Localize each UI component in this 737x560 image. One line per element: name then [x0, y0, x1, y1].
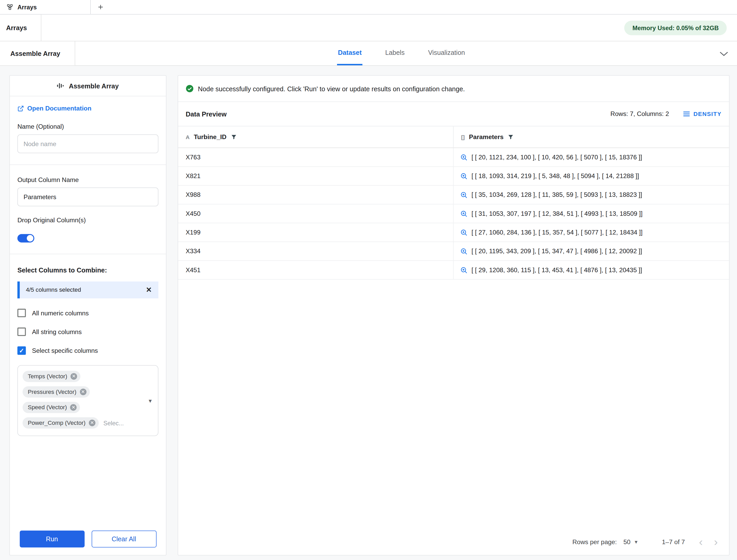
parameters-value: [ [ 27, 1060, 284, 136 ], [ 15, 357, 54 … [471, 229, 643, 236]
zoom-in-icon[interactable] [460, 153, 468, 161]
clear-all-button[interactable]: Clear All [92, 531, 156, 548]
divider [10, 165, 166, 165]
chevron-right-icon[interactable]: › [708, 536, 723, 547]
view-tabs: Dataset Labels Visualization [94, 41, 709, 65]
memory-badge: Memory Used: 0.05% of 32GB [624, 21, 727, 35]
run-button[interactable]: Run [20, 531, 84, 548]
checkbox[interactable]: ✓ [17, 346, 26, 355]
app-window: Arrays Arrays Memory Used: 0.05% of 32GB… [0, 0, 737, 560]
parameters-cell: [ [ 35, 1034, 269, 128 ], [ 11, 385, 59 … [454, 186, 729, 204]
chip-row: Temps (Vector) ✕ [23, 371, 144, 382]
table-row[interactable]: X988 [ [ 35, 1034, 269, 128 ], [ 11, 385… [178, 186, 729, 204]
chip-remove-icon[interactable]: ✕ [70, 404, 77, 411]
zoom-in-icon[interactable] [460, 266, 468, 274]
close-icon[interactable]: ✕ [144, 285, 154, 295]
parameters-value: [ [ 35, 1034, 269, 128 ], [ 11, 385, 59 … [471, 191, 642, 198]
select-columns-title: Select Columns to Combine: [17, 266, 158, 274]
column-multiselect[interactable]: Temps (Vector) ✕ Pressures (Vector) ✕ Sp… [17, 365, 158, 436]
chip-remove-icon[interactable]: ✕ [89, 420, 95, 426]
divider [10, 254, 166, 254]
turbine-id-cell: X988 [178, 186, 454, 204]
column-chip: Power_Comp (Vector) ✕ [23, 417, 99, 428]
filter-icon[interactable] [508, 134, 514, 140]
table-row[interactable]: X451 [ [ 29, 1208, 360, 115 ], [ 13, 453… [178, 261, 729, 279]
chip-remove-icon[interactable]: ✕ [70, 373, 77, 380]
browser-tab-arrays[interactable]: Arrays [0, 0, 91, 14]
open-documentation-label: Open Documentation [27, 105, 92, 112]
tab-dataset[interactable]: Dataset [337, 41, 363, 65]
preview-panel: Node successfully configured. Click 'Run… [178, 75, 729, 555]
chip-row: Power_Comp (Vector) ✕ Selec... [23, 417, 144, 428]
chip-row: Pressures (Vector) ✕ [23, 386, 144, 398]
workflow-icon [7, 4, 13, 10]
table-row[interactable]: X334 [ [ 20, 1195, 343, 209 ], [ 15, 347… [178, 242, 729, 261]
output-column-input[interactable] [17, 187, 158, 206]
zoom-in-icon[interactable] [460, 229, 468, 236]
zoom-in-icon[interactable] [460, 172, 468, 180]
option-all-numeric[interactable]: ✓ All numeric columns [17, 309, 158, 317]
caret-down-icon[interactable]: ▼ [148, 398, 153, 403]
array-type-icon: [] [461, 134, 465, 140]
drop-original-toggle[interactable] [17, 234, 34, 243]
name-field-label: Name (Optional) [17, 123, 158, 130]
plus-icon [97, 4, 104, 10]
parameters-cell: [ [ 29, 1208, 360, 115 ], [ 13, 453, 41 … [454, 261, 729, 279]
parameters-value: [ [ 20, 1195, 343, 209 ], [ 15, 347, 47 … [471, 248, 642, 255]
parameters-cell: [ [ 27, 1060, 284, 136 ], [ 15, 357, 54 … [454, 223, 729, 242]
column-name: Turbine_ID [194, 133, 227, 140]
rows-columns-summary: Rows: 7, Columns: 2 [610, 110, 669, 118]
density-icon [683, 111, 690, 117]
external-link-icon [17, 105, 24, 112]
multiselect-placeholder: Selec... [104, 419, 124, 426]
table-row[interactable]: X450 [ [ 31, 1053, 307, 197 ], [ 12, 384… [178, 204, 729, 223]
option-label: All string columns [32, 328, 82, 335]
open-documentation-link[interactable]: Open Documentation [17, 105, 158, 112]
table-row[interactable]: X199 [ [ 27, 1060, 284, 136 ], [ 15, 357… [178, 223, 729, 242]
checkbox[interactable]: ✓ [17, 328, 26, 336]
chip-label: Temps (Vector) [28, 373, 67, 380]
chip-row: Speed (Vector) ✕ [23, 402, 144, 413]
action-buttons: Run Clear All [17, 531, 158, 555]
column-chip: Pressures (Vector) ✕ [23, 386, 90, 398]
rows-per-page-select[interactable]: 50 ▼ [623, 538, 638, 545]
density-label: DENSITY [693, 111, 721, 117]
check-circle-icon [186, 84, 194, 93]
string-type-icon: A [186, 134, 190, 140]
parameters-value: [ [ 20, 1121, 234, 100 ], [ 10, 420, 56 … [471, 154, 642, 161]
option-all-string[interactable]: ✓ All string columns [17, 328, 158, 336]
chip-remove-icon[interactable]: ✕ [80, 389, 86, 395]
node-name-label: Assemble Array [0, 41, 75, 65]
table-row[interactable]: X821 [ [ 18, 1093, 314, 219 ], [ 5, 348,… [178, 167, 729, 186]
tab-labels[interactable]: Labels [384, 41, 406, 65]
parameters-cell: [ [ 20, 1195, 343, 209 ], [ 15, 347, 47 … [454, 242, 729, 260]
zoom-in-icon[interactable] [460, 210, 468, 217]
new-tab-button[interactable] [91, 0, 111, 14]
density-button[interactable]: DENSITY [683, 111, 722, 117]
tab-visualization[interactable]: Visualization [427, 41, 466, 65]
preview-header: Data Preview Rows: 7, Columns: 2 DENSITY [178, 102, 729, 126]
checkbox[interactable]: ✓ [17, 309, 26, 317]
config-panel-title: Assemble Array [69, 82, 119, 89]
turbine-id-cell: X450 [178, 204, 454, 223]
column-header-turbine-id[interactable]: A Turbine_ID [178, 126, 454, 147]
toggle-knob [27, 235, 33, 242]
zoom-in-icon[interactable] [460, 248, 468, 255]
rows-per-page-label: Rows per page: [572, 538, 617, 545]
parameters-cell: [ [ 20, 1121, 234, 100 ], [ 10, 420, 56 … [454, 148, 729, 166]
node-toolbar: Assemble Array Dataset Labels Visualizat… [0, 41, 737, 66]
turbine-id-cell: X451 [178, 261, 454, 279]
option-select-specific[interactable]: ✓ Select specific columns [17, 346, 158, 355]
collapse-panel-button[interactable] [718, 48, 729, 59]
tab-bar: Arrays [0, 0, 737, 15]
chevron-left-icon[interactable]: ‹ [693, 536, 708, 547]
column-header-parameters[interactable]: [] Parameters [454, 126, 729, 147]
drop-original-label: Drop Original Column(s) [17, 217, 158, 224]
chip-label: Pressures (Vector) [28, 389, 76, 395]
filter-icon[interactable] [231, 134, 237, 140]
table-row[interactable]: X763 [ [ 20, 1121, 234, 100 ], [ 10, 420… [178, 148, 729, 167]
column-name: Parameters [469, 133, 503, 140]
zoom-in-icon[interactable] [460, 191, 468, 199]
main-area: Assemble Array Open Documentation Name (… [0, 66, 737, 560]
caret-down-icon: ▼ [634, 539, 638, 544]
node-name-input[interactable] [17, 134, 158, 153]
